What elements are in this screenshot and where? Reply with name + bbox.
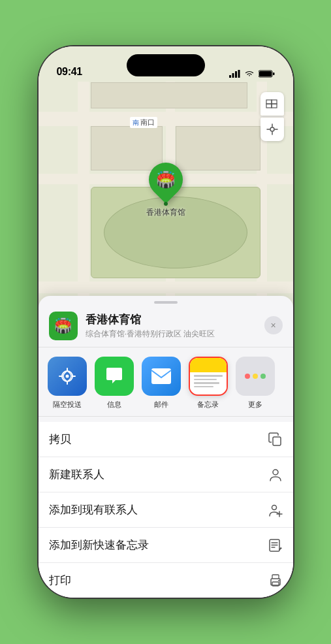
notes-icon-highlighted <box>189 357 228 396</box>
svg-rect-1 <box>232 73 234 78</box>
airdrop-icon <box>48 357 87 396</box>
svg-point-35 <box>278 580 279 581</box>
action-new-contact[interactable]: 新建联系人 <box>39 457 293 492</box>
person-add-icon <box>268 503 283 517</box>
close-button[interactable]: × <box>264 316 283 334</box>
map-type-button[interactable] <box>260 92 284 116</box>
mail-label: 邮件 <box>154 400 168 410</box>
svg-point-25 <box>272 505 276 509</box>
status-icons <box>229 70 275 78</box>
gate-direction: 南 <box>133 119 139 126</box>
quick-note-icon <box>268 538 283 553</box>
svg-rect-6 <box>273 72 275 75</box>
svg-rect-8 <box>272 100 277 104</box>
mail-icon <box>142 357 181 396</box>
more-label: 更多 <box>248 400 262 410</box>
new-contact-label: 新建联系人 <box>49 467 104 482</box>
svg-rect-23 <box>273 437 281 445</box>
svg-rect-0 <box>229 75 231 78</box>
venue-header: 🏟️ 香港体育馆 综合体育馆·香港特别行政区 油尖旺区 × <box>39 304 293 347</box>
share-item-more[interactable]: 更多 <box>232 357 279 410</box>
action-copy[interactable]: 拷贝 <box>39 422 293 457</box>
pin-emoji: 🏟️ <box>156 170 176 189</box>
svg-rect-5 <box>259 71 272 76</box>
svg-rect-2 <box>235 71 237 78</box>
status-time: 09:41 <box>57 66 82 78</box>
share-row: 隔空投送 信息 <box>39 347 293 417</box>
action-quick-note[interactable]: 添加到新快速备忘录 <box>39 528 293 563</box>
person-icon <box>268 468 283 482</box>
venue-name: 香港体育馆 <box>86 312 283 327</box>
svg-rect-7 <box>266 100 272 104</box>
action-list: 拷贝 新建联系人 添加到现有联系人 <box>39 422 293 598</box>
svg-point-11 <box>270 127 274 131</box>
share-item-messages[interactable]: 信息 <box>91 357 138 410</box>
phone-frame: 09:41 <box>39 46 293 598</box>
venue-logo: 🏟️ <box>49 312 78 340</box>
airdrop-label: 隔空投送 <box>53 400 82 410</box>
share-item-notes[interactable]: 备忘录 <box>185 357 232 410</box>
venue-subtitle: 综合体育馆·香港特别行政区 油尖旺区 <box>86 329 283 340</box>
location-pin[interactable]: 🏟️ 香港体育馆 <box>146 163 185 218</box>
copy-label: 拷贝 <box>49 432 71 447</box>
svg-point-17 <box>65 375 69 378</box>
print-icon <box>268 573 283 588</box>
signal-icon <box>229 70 240 78</box>
dynamic-island <box>127 54 205 76</box>
quick-note-label: 添加到新快速备忘录 <box>49 538 149 553</box>
messages-icon <box>95 357 134 396</box>
location-button[interactable] <box>260 118 284 141</box>
notes-label: 备忘录 <box>197 400 219 410</box>
messages-label: 信息 <box>107 400 121 410</box>
copy-icon <box>268 432 283 447</box>
action-print[interactable]: 打印 <box>39 563 293 598</box>
share-item-airdrop[interactable]: 隔空投送 <box>44 357 91 410</box>
wifi-icon <box>244 70 255 78</box>
svg-rect-3 <box>238 70 240 78</box>
bottom-sheet: 🏟️ 香港体育馆 综合体育馆·香港特别行政区 油尖旺区 × <box>39 296 293 598</box>
print-label: 打印 <box>49 573 71 588</box>
more-icon <box>236 357 275 396</box>
svg-rect-9 <box>266 104 272 108</box>
pin-label: 香港体育馆 <box>146 207 185 218</box>
map-background[interactable]: 南南口 <box>39 46 293 321</box>
battery-icon <box>259 70 275 78</box>
share-item-mail[interactable]: 邮件 <box>138 357 185 410</box>
add-contact-label: 添加到现有联系人 <box>49 502 138 517</box>
svg-rect-10 <box>272 104 277 108</box>
action-add-to-contact[interactable]: 添加到现有联系人 <box>39 492 293 528</box>
svg-rect-22 <box>151 368 171 384</box>
gate-label: 南南口 <box>130 117 157 128</box>
map-controls <box>260 92 284 141</box>
svg-point-24 <box>273 470 278 475</box>
phone-screen: 09:41 <box>39 46 293 598</box>
venue-info: 香港体育馆 综合体育馆·香港特别行政区 油尖旺区 <box>86 312 283 340</box>
